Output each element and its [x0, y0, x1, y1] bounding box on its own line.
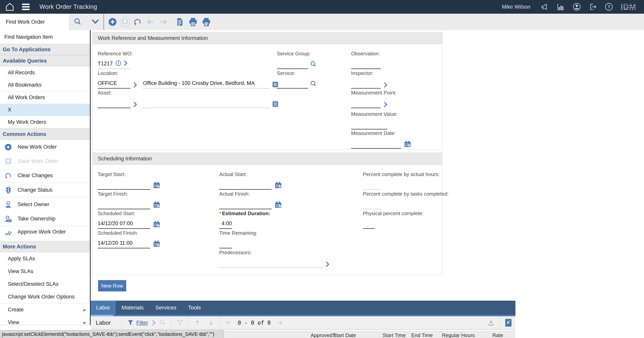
next-record-icon[interactable]	[158, 17, 169, 27]
action-clear-changes[interactable]: Clear Changes	[0, 168, 90, 183]
section-go-to-applications[interactable]: Go To Applications	[0, 44, 90, 55]
scheduled-start-input[interactable]: 14/12/20 07:00	[98, 219, 150, 229]
tab-materials[interactable]: Materials	[116, 301, 150, 315]
service-input[interactable]	[277, 79, 308, 89]
save-record-icon[interactable]	[120, 17, 130, 27]
section-available-queries[interactable]: Available Queries	[0, 55, 90, 67]
action-view-submenu[interactable]: View ▶	[0, 316, 90, 329]
query-all-bookmarks[interactable]: All Bookmarks	[0, 79, 90, 91]
calendar-icon[interactable]	[153, 182, 160, 190]
column-start-date[interactable]: Start Date	[333, 332, 356, 338]
announcements-icon[interactable]	[540, 3, 549, 11]
calendar-icon[interactable]	[275, 182, 282, 190]
asset-description[interactable]	[143, 98, 269, 108]
actual-finish-input[interactable]	[219, 199, 272, 209]
calendar-icon[interactable]	[153, 240, 160, 248]
info-icon[interactable]	[116, 60, 121, 67]
time-remaining-input[interactable]	[219, 238, 232, 248]
profile-icon[interactable]	[572, 3, 581, 11]
print-with-attachments-icon[interactable]	[201, 17, 212, 27]
filter-link[interactable]: Filter	[136, 320, 148, 326]
action-take-ownership[interactable]: Take Ownership	[0, 212, 90, 226]
action-select-owner[interactable]: Select Owner	[0, 197, 90, 212]
inspector-input[interactable]	[351, 79, 381, 89]
minimize-table-icon[interactable]	[504, 318, 513, 327]
action-view-slas[interactable]: View SLAs	[0, 265, 90, 278]
actual-start-input[interactable]	[219, 180, 272, 190]
lookup-magnifier-icon[interactable]	[310, 61, 317, 69]
find-work-order-input[interactable]: Find Work Order	[0, 14, 69, 30]
tab-labor[interactable]: Labor	[91, 301, 116, 315]
asset-input[interactable]	[98, 98, 130, 108]
observation-input[interactable]	[351, 59, 381, 69]
reports-document-icon[interactable]	[174, 17, 185, 27]
print-icon[interactable]	[188, 17, 198, 27]
chevron-right-icon[interactable]	[134, 102, 137, 108]
new-row-button[interactable]: New Row	[98, 280, 126, 291]
help-icon[interactable]: ?	[604, 3, 613, 11]
chevron-right-icon[interactable]	[326, 262, 330, 268]
calendar-icon[interactable]	[153, 221, 160, 229]
filter-funnel-icon[interactable]	[126, 318, 135, 327]
column-rate[interactable]: Rate	[492, 332, 503, 338]
sign-out-icon[interactable]	[588, 3, 597, 11]
search-options-chevron-icon[interactable]	[90, 17, 101, 27]
field-reference-wo: Reference WO: T1217	[98, 51, 133, 69]
user-name[interactable]: Mike Wilson	[502, 4, 530, 10]
measurement-point-input[interactable]	[351, 98, 381, 108]
measurement-value-input[interactable]	[351, 119, 387, 130]
action-change-work-order-options[interactable]: Change Work Order Options	[0, 290, 90, 303]
action-select-deselect-slas[interactable]: Select/Deselect SLAs	[0, 278, 90, 290]
ibm-logo: IBM	[620, 3, 636, 11]
column-start-time[interactable]: Start Time	[382, 332, 406, 338]
field-measurement-value: Measurement Value:	[351, 111, 398, 130]
column-approved[interactable]: Approved?	[311, 332, 335, 338]
search-icon[interactable]	[72, 17, 83, 27]
download-icon[interactable]	[487, 318, 495, 327]
chevron-right-icon[interactable]	[384, 102, 388, 108]
action-create-submenu[interactable]: Create ▶	[0, 303, 90, 316]
target-start-input[interactable]	[98, 180, 150, 190]
filter-expand-chevron-icon[interactable]	[150, 318, 158, 327]
estimated-duration-input[interactable]: 4:00	[219, 219, 232, 229]
service-group-input[interactable]	[277, 59, 308, 69]
location-input[interactable]: OFFICE	[98, 79, 130, 89]
query-all-records[interactable]: All Records	[0, 67, 90, 79]
new-record-icon[interactable]	[107, 17, 118, 27]
action-new-work-order[interactable]: New Work Order	[0, 140, 90, 154]
column-regular-hours[interactable]: Regular Hours	[442, 332, 475, 338]
query-all-work-orders[interactable]: All Work Orders	[0, 91, 90, 104]
target-finish-input[interactable]	[98, 199, 150, 209]
action-approve-work-order[interactable]: Approve Work Order	[0, 226, 90, 241]
calendar-icon[interactable]	[404, 140, 411, 149]
approve-work-order-icon	[4, 229, 12, 237]
long-description-icon[interactable]	[272, 101, 278, 108]
physical-percent-input[interactable]	[363, 219, 374, 229]
scheduled-finish-input[interactable]: 14/12/20 11:00	[98, 238, 150, 248]
menu-icon[interactable]	[22, 3, 30, 11]
home-icon[interactable]	[6, 3, 14, 11]
reports-icon[interactable]	[556, 3, 565, 11]
calendar-icon[interactable]	[153, 201, 160, 209]
clear-changes-icon[interactable]	[132, 17, 143, 27]
action-apply-slas[interactable]: Apply SLAs	[0, 252, 90, 265]
field-scheduled-finish: Scheduled Finish: 14/12/20 11:00	[98, 230, 160, 248]
find-work-order-placeholder: Find Work Order	[6, 19, 45, 25]
previous-record-icon[interactable]	[145, 17, 156, 27]
chevron-right-icon[interactable]	[124, 61, 128, 67]
column-end-time[interactable]: End Time	[411, 332, 433, 338]
lookup-magnifier-icon[interactable]	[310, 80, 317, 89]
tab-services[interactable]: Services	[150, 301, 182, 315]
measurement-date-input[interactable]	[351, 139, 401, 149]
reference-wo-input[interactable]: T1217	[98, 59, 130, 69]
query-my-work-orders[interactable]: My Work Orders	[0, 116, 90, 129]
query-x-selected[interactable]: X	[0, 104, 90, 116]
chevron-right-icon[interactable]	[134, 82, 137, 89]
chevron-right-icon[interactable]	[384, 82, 388, 89]
action-change-status[interactable]: Change Status	[0, 183, 90, 197]
find-navigation-input[interactable]: Find Navigation Item	[0, 30, 90, 44]
tab-tools[interactable]: Tools	[182, 301, 207, 315]
calendar-icon[interactable]	[275, 201, 282, 209]
location-description[interactable]: Office Building - 100 Crosby Drive, Bedf…	[143, 79, 269, 89]
predecessors-input[interactable]	[219, 258, 323, 268]
